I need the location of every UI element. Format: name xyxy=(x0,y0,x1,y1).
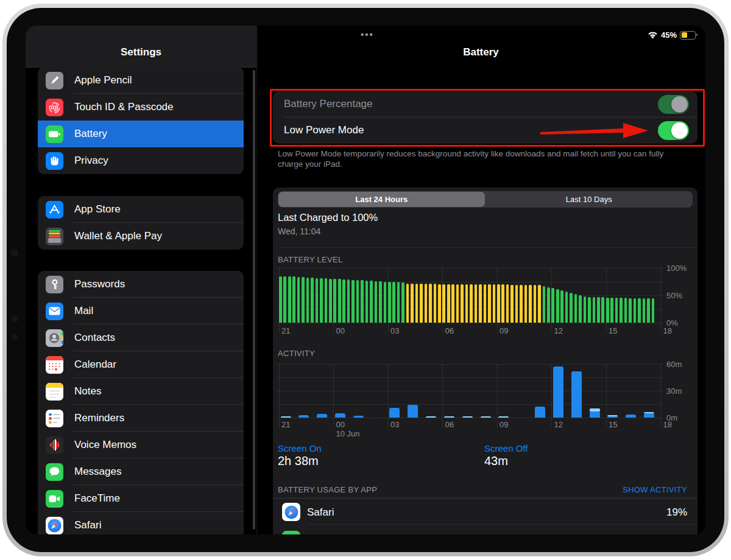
sidebar-group: PasswordsMailContactsCalendarNotesRemind… xyxy=(38,271,244,534)
sidebar-item-touch-id-passcode[interactable]: Touch ID & Passcode xyxy=(38,94,244,121)
battery-level-chart[interactable]: 2100030609121518100%50%0% xyxy=(278,268,662,323)
gridline xyxy=(333,364,334,427)
y-tick-label: 0% xyxy=(666,318,678,327)
battery-level-bar xyxy=(534,285,537,323)
last-charged-subtitle: Wed, 11:04 xyxy=(278,226,320,236)
battery-level-bar xyxy=(524,285,528,323)
status-bar: 45% xyxy=(648,30,696,40)
activity-bar-screen-on xyxy=(317,414,327,418)
sidebar-item-voice-memos[interactable]: Voice Memos xyxy=(38,432,244,458)
screen-on-label[interactable]: Screen On xyxy=(278,443,322,453)
sidebar-scrollbar[interactable] xyxy=(253,70,255,530)
y-tick-label: 100% xyxy=(666,264,687,273)
sidebar-item-calendar[interactable]: Calendar xyxy=(38,351,244,378)
battery-level-bar xyxy=(484,284,487,323)
gridline xyxy=(606,364,607,427)
sidebar-item-label: Privacy xyxy=(74,155,108,167)
x-tick-label: 03 xyxy=(390,326,399,335)
battery-level-bar xyxy=(593,297,596,323)
wallet-icon xyxy=(46,228,63,245)
sidebar-item-notes[interactable]: Notes xyxy=(38,378,244,405)
activity-bar-screen-off xyxy=(426,416,436,418)
battery-level-bar xyxy=(497,284,500,323)
battery-level-bar xyxy=(543,286,546,323)
notes-icon xyxy=(46,383,63,401)
battery-level-bar xyxy=(465,284,468,323)
voicememos-icon xyxy=(46,436,63,454)
battery-level-bar xyxy=(556,289,559,323)
gridline xyxy=(660,364,661,427)
sidebar-item-battery[interactable]: Battery xyxy=(38,121,244,147)
battery-level-bar xyxy=(392,282,395,323)
x-tick-label: 06 xyxy=(445,420,453,429)
gridline xyxy=(497,364,498,427)
low-power-mode-toggle[interactable] xyxy=(658,121,689,140)
settings-title: Settings xyxy=(26,46,256,58)
calendar-icon xyxy=(46,356,63,374)
battery-level-bar xyxy=(475,284,478,323)
activity-bar-screen-off xyxy=(590,408,600,411)
sidebar-item-safari[interactable]: Safari xyxy=(38,512,244,534)
sidebar-item-label: App Store xyxy=(74,203,121,215)
battery-level-bar xyxy=(551,288,554,323)
gridline xyxy=(278,404,662,405)
sidebar-item-label: Contacts xyxy=(74,332,115,344)
sidebar-item-wallet-apple-pay[interactable]: Wallet & Apple Pay xyxy=(38,223,244,250)
battery-level-bar xyxy=(438,284,441,323)
multitask-indicator[interactable]: ••• xyxy=(355,29,380,40)
battery-level-bar xyxy=(610,298,613,323)
battery-level-bar xyxy=(442,284,445,323)
sidebar-item-label: Wallet & Apple Pay xyxy=(74,230,162,242)
y-tick-label: 30m xyxy=(666,387,682,396)
bezel-detail xyxy=(12,334,18,340)
gridline xyxy=(278,418,662,418)
sidebar-item-privacy[interactable]: Privacy xyxy=(38,147,244,174)
divider xyxy=(278,247,697,248)
gridline xyxy=(442,364,443,427)
show-activity-button[interactable]: SHOW ACTIVITY xyxy=(452,485,687,494)
battery-level-bar xyxy=(325,278,328,323)
x-axis-date-label: 10 Jun xyxy=(336,429,359,438)
usage-app-name[interactable]: Safari xyxy=(307,506,334,519)
ipad-screen: Settings Apple PencilTouch ID & Passcode… xyxy=(26,26,705,534)
sidebar-item-facetime[interactable]: FaceTime xyxy=(38,485,244,512)
battery-info-card: Last 24 HoursLast 10 Days xyxy=(273,187,697,534)
sidebar-item-contacts[interactable]: Contacts xyxy=(38,324,244,351)
battery-level-bar xyxy=(538,285,541,323)
x-tick-label: 09 xyxy=(500,420,508,429)
sidebar-item-reminders[interactable]: Reminders xyxy=(38,405,244,432)
reminders-icon xyxy=(46,410,63,427)
battery-level-chart-title: BATTERY LEVEL xyxy=(278,255,343,264)
battery-level-bar xyxy=(470,284,473,323)
toggle-knob xyxy=(671,122,688,139)
battery-level-bar xyxy=(493,284,496,323)
battery-level-bar xyxy=(297,277,300,323)
sidebar-item-label: Calendar xyxy=(74,359,116,371)
activity-chart[interactable]: 210003060912151860m30m0m10 Jun xyxy=(278,364,662,418)
sidebar-item-mail[interactable]: Mail xyxy=(38,298,244,324)
setting-label: Low Power Mode xyxy=(284,124,364,136)
messages-icon xyxy=(46,463,63,481)
segment-last-24-hours[interactable]: Last 24 Hours xyxy=(278,192,485,207)
battery-percentage-toggle[interactable] xyxy=(658,95,689,114)
sidebar-item-app-store[interactable]: App Store xyxy=(38,196,244,223)
battery-level-bar xyxy=(342,279,345,323)
screen-off-label[interactable]: Screen Off xyxy=(484,443,528,453)
sidebar-item-label: Passwords xyxy=(74,278,125,290)
battery-level-bar xyxy=(384,282,387,323)
facetime-icon xyxy=(46,490,63,508)
battery-level-bar xyxy=(606,298,609,323)
sidebar-item-apple-pencil[interactable]: Apple Pencil xyxy=(38,67,244,94)
low-power-mode-description: Low Power Mode temporarily reduces backg… xyxy=(278,149,685,169)
battery-level-bar xyxy=(366,281,369,323)
gridline xyxy=(278,323,662,323)
segment-last-10-days[interactable]: Last 10 Days xyxy=(486,192,693,207)
sidebar-item-messages[interactable]: Messages xyxy=(38,458,244,485)
battery-level-bar xyxy=(329,279,332,323)
fingerprint-icon xyxy=(46,99,63,116)
key-icon xyxy=(46,276,63,293)
page-title: Battery xyxy=(256,46,705,58)
battery-level-bar xyxy=(347,279,350,323)
battery-level-bar xyxy=(624,298,627,323)
sidebar-item-passwords[interactable]: Passwords xyxy=(38,271,244,298)
